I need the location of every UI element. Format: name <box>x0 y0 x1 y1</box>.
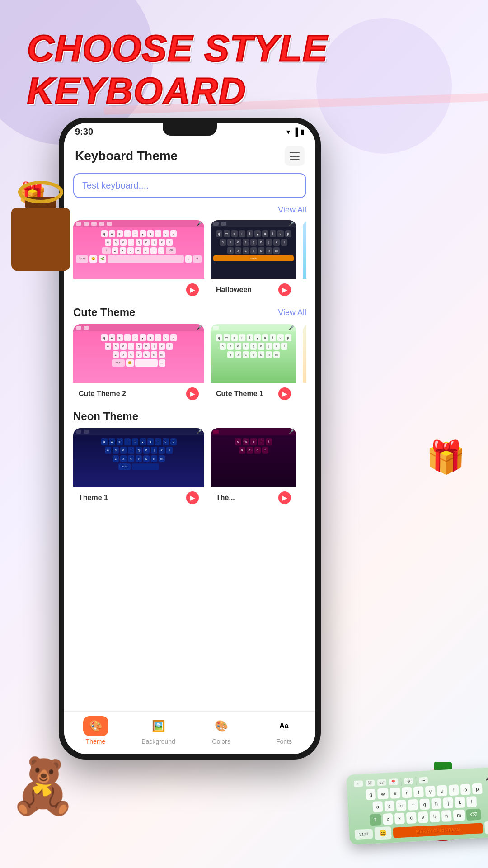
xmas-tb-back: ← <box>354 780 363 787</box>
background-nav-icon-wrap: 🖼️ <box>146 716 171 736</box>
neon-section-header: Neon Theme <box>73 410 306 423</box>
menu-line-3 <box>290 159 300 160</box>
menu-line-2 <box>290 156 300 157</box>
halloween-label-text: Halloween <box>216 286 252 294</box>
cute2-label-text: Cute Theme 2 <box>79 390 126 398</box>
cute2-label: Cute Theme 2 ▶ <box>73 383 204 405</box>
xmas-enter-btn: ↵ <box>484 821 488 834</box>
tb-n2-mic: 🎤 <box>289 429 294 434</box>
neon2-apply-btn[interactable]: ▶ <box>278 491 291 504</box>
cute1-label: Cute Theme 1 ▶ <box>211 383 296 405</box>
tb-mic-icon: 🎤 <box>197 222 202 226</box>
phone-notch <box>163 123 217 136</box>
gift-bag-body <box>11 208 70 271</box>
neon1-keys: qwertyuiop asdfghjkl zxcvbnm ?123 <box>73 435 204 474</box>
neon1-apply-btn[interactable]: ▶ <box>186 491 199 504</box>
background-nav-icon: 🖼️ <box>152 720 165 732</box>
neon-1-card[interactable]: 🎤 qwertyuiop asdfghjkl zxcvbnm ?123 Them… <box>73 428 204 509</box>
screen-content[interactable]: View All 🎤 <box>64 205 315 754</box>
cute1-keys: qwertyuiop asdfghjkl zxcvbnm <box>211 331 296 362</box>
neon2-label-text: Thé... <box>216 494 235 502</box>
gift-character-right: 🎁 <box>426 439 465 476</box>
xmas-tb-cal: 📅 <box>389 778 399 785</box>
tb-n1b-icon <box>84 430 89 434</box>
status-icons: ▾ ▐ ▮ <box>286 127 305 136</box>
gift-bag-decoration: 🎁 <box>5 181 77 271</box>
cute2-apply-btn[interactable]: ▶ <box>186 387 199 400</box>
cute1-toolbar: 🎤 <box>211 324 296 331</box>
neon-2-card[interactable]: 🎤 qwert asdf Thé... ▶ <box>211 428 296 509</box>
tb-h2-icon <box>221 222 226 226</box>
cute-x-card[interactable]: as Theme <box>303 324 306 405</box>
cute1-apply-btn[interactable]: ▶ <box>278 387 291 400</box>
neon-section: Neon Theme 🎤 qwertyuiop <box>64 410 315 509</box>
featured-section: View All 🎤 <box>64 205 315 301</box>
colors-nav-icon-wrap: 🎨 <box>209 716 234 736</box>
tb-more-icon <box>107 222 112 226</box>
cutex-label: Theme <box>303 383 306 400</box>
theme3-preview: qw as <box>303 220 306 279</box>
wifi-icon: ▾ <box>286 127 290 136</box>
status-time: 9:30 <box>75 127 93 137</box>
fonts-nav-icon-wrap: Aa <box>272 716 297 736</box>
tb-c2b-icon <box>84 326 89 330</box>
tb-c1-icon <box>213 326 219 330</box>
nav-colors[interactable]: 🎨 Colors <box>190 716 253 745</box>
pink-card-label: ▶ <box>73 279 204 301</box>
nav-colors-label: Colors <box>212 738 230 745</box>
cutex-keys: as <box>303 324 306 333</box>
neon1-label-text: Theme 1 <box>79 494 108 502</box>
app-title: Keyboard Theme <box>75 149 178 163</box>
cute-theme-1-card[interactable]: 🎤 qwertyuiop asdfghjkl zxcvbnm Cute Them… <box>211 324 296 405</box>
menu-button[interactable] <box>285 146 305 166</box>
keyboard-test-input[interactable]: Test keyboard.... <box>73 173 306 198</box>
search-placeholder: Test keyboard.... <box>82 180 149 190</box>
cute-view-all[interactable]: View All <box>278 308 306 317</box>
featured-view-all[interactable]: View All <box>278 205 306 215</box>
theme3-card[interactable]: qw as Theme <box>303 220 306 301</box>
xmas-sep2 <box>416 777 417 785</box>
pink-theme-card[interactable]: 🎤 qwertyuiop asdfghjkl ⇧zxcvbnm⌫ ?123😊🌿 … <box>73 220 204 301</box>
signal-icon: ▐ <box>293 128 298 136</box>
tb-c1-mic: 🎤 <box>289 326 294 330</box>
xmas-sep1 <box>401 778 402 786</box>
gift-bag-rope <box>18 181 63 203</box>
page-title: CHOOSE STYLE KEYBOARD <box>27 27 488 112</box>
tb-settings-icon <box>99 222 104 226</box>
xmas-tb-gif: GIF <box>377 779 387 786</box>
cute1-label-text: Cute Theme 1 <box>216 390 263 398</box>
cute1-preview: 🎤 qwertyuiop asdfghjkl zxcvbnm <box>211 324 296 383</box>
theme-nav-icon: 🎨 <box>89 720 103 732</box>
cute-section: Cute Theme View All 🎤 qw <box>64 306 315 405</box>
xmas-space-label: MERRY CHRISTMAS <box>416 826 460 834</box>
halloween-card[interactable]: 🎤 qwertyuiop asdfghjkl zxcvbnm space Hal… <box>211 220 296 301</box>
nav-theme[interactable]: 🎨 Theme <box>64 716 127 745</box>
halloween-apply-btn[interactable]: ▶ <box>278 283 291 296</box>
neon1-preview: 🎤 qwertyuiop asdfghjkl zxcvbnm ?123 <box>73 428 204 487</box>
nav-background[interactable]: 🖼️ Background <box>127 716 190 745</box>
xmas-tb-more: ••• <box>419 777 428 784</box>
kb-toolbar: 🎤 <box>73 220 204 227</box>
halloween-label: Halloween ▶ <box>211 279 296 301</box>
tb-n2-icon <box>213 430 219 434</box>
nav-fonts-label: Fonts <box>276 738 292 745</box>
neon-cards-row: 🎤 qwertyuiop asdfghjkl zxcvbnm ?123 Them… <box>73 428 306 509</box>
tb-c2-icon <box>76 326 81 330</box>
tb-n1-icon <box>76 430 81 434</box>
tb-cal-icon <box>91 222 97 226</box>
xmas-tb-img: 🖼 <box>366 780 375 787</box>
cute-section-title: Cute Theme <box>73 306 135 319</box>
fonts-nav-icon: Aa <box>279 722 288 730</box>
cute2-toolbar: 🎤 <box>73 324 204 331</box>
theme3-keys: qw as <box>303 220 306 236</box>
neon2-toolbar: 🎤 <box>211 428 296 435</box>
cute-theme-2-card[interactable]: 🎤 qwertyuiop asdfghjkl zxcvbnm ?123😊 . C… <box>73 324 204 405</box>
tb-gif-icon <box>84 222 89 226</box>
pink-apply-btn[interactable]: ▶ <box>186 283 199 296</box>
nav-theme-label: Theme <box>86 738 106 745</box>
phone-frame: 9:30 ▾ ▐ ▮ Keyboard Theme Test keyboard.… <box>59 118 321 760</box>
tb-h-mic: 🎤 <box>289 222 294 226</box>
kb-keys: qwertyuiop asdfghjkl ⇧zxcvbnm⌫ ?123😊🌿 .↵ <box>73 227 204 267</box>
theme3-label: Theme <box>303 279 306 296</box>
nav-fonts[interactable]: Aa Fonts <box>253 716 315 745</box>
